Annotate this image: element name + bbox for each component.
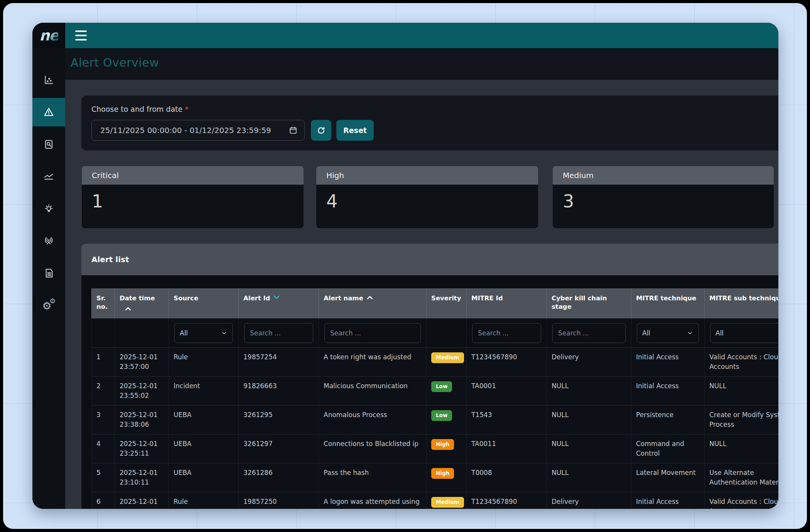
refresh-button[interactable] — [311, 120, 331, 141]
sidebar-item-document[interactable] — [32, 259, 65, 287]
cell-sr: 2 — [92, 377, 115, 405]
cell-alert_name: A logon was attempted using — [319, 492, 427, 509]
sidebar-item-bar-chart[interactable] — [32, 66, 65, 94]
cell-text: 5 — [96, 469, 101, 476]
app-window: ne ⚙⚙ Alert Overview Choose to and from … — [32, 23, 778, 509]
cell-kill_chain_stage: NULL — [547, 434, 631, 463]
calendar-icon[interactable] — [289, 126, 297, 135]
sidebar-item-gears[interactable]: ⚙⚙ — [32, 291, 65, 320]
filter-search-mitre-id[interactable] — [472, 323, 541, 343]
required-asterisk: * — [185, 105, 189, 113]
column-label: Sr. no. — [96, 294, 110, 311]
date-filter-panel: Choose to and from date* 25/11/2025 00:0… — [81, 96, 778, 150]
filter-cell-cyber-kill-chain-stage — [547, 318, 631, 347]
cell-text: UEBA — [174, 469, 191, 476]
cell-text: NULL — [709, 382, 726, 390]
cell-text: Pass the hash — [324, 469, 369, 476]
page-title: Alert Overview — [71, 56, 159, 69]
table-row[interactable]: 42025-12-0123:25:11UEBA3261297Connection… — [91, 434, 778, 463]
sort-asc-icon[interactable] — [125, 306, 131, 311]
filter-cell-mitre-sub-technique: All — [705, 318, 778, 347]
cell-mitre_sub_technique: Valid Accounts : Cloud Accounts — [705, 492, 778, 509]
cell-text: Lateral Movement — [636, 469, 696, 476]
cell-time: 23:57:00 — [120, 362, 164, 372]
cell-text: Command and Control — [636, 440, 684, 457]
cell-mitre_technique: Persistence — [631, 406, 705, 434]
cell-source: UEBA — [169, 434, 239, 463]
filter-cell-alert-id — [239, 318, 319, 347]
sidebar-item-alert-triangle[interactable] — [32, 98, 65, 126]
cell-date: 2025-12-01 — [120, 468, 164, 478]
date-range-input[interactable]: 25/11/2025 00:00:00 - 01/12/2025 23:59:5… — [91, 120, 305, 141]
cell-mitre_id: T1234567890 — [467, 492, 547, 509]
filter-search-alert-id[interactable] — [244, 323, 313, 343]
cell-alert_name: Malicious Communication — [319, 377, 427, 405]
cell-text: UEBA — [174, 411, 191, 419]
app-logo[interactable]: ne — [32, 23, 65, 48]
table-row[interactable]: 32025-12-0123:38:06UEBA3261295Anomalous … — [91, 406, 778, 434]
cell-text: Initial Access — [636, 382, 679, 390]
cell-text: 3261295 — [243, 411, 273, 419]
cell-alert_id: 3261295 — [239, 406, 319, 434]
table-row[interactable]: 12025-12-0123:57:00Rule19857254A token r… — [91, 348, 778, 377]
logo-text: ne — [39, 27, 58, 44]
sort-desc-icon[interactable] — [273, 295, 280, 300]
cell-alert_name: Pass the hash — [319, 463, 427, 492]
filter-select-mitre-sub-technique[interactable]: All — [710, 323, 778, 343]
filter-cell-mitre-technique: All — [631, 318, 705, 347]
cell-severity: Low — [427, 406, 467, 434]
sidebar-item-lightbulb[interactable] — [32, 194, 65, 223]
cell-alert_name: Anomalous Process — [319, 406, 427, 434]
column-header-alert-name[interactable]: Alert name — [319, 288, 427, 318]
table-row[interactable]: 22025-12-0123:55:02Incident91826663Malic… — [91, 377, 778, 406]
reset-button[interactable]: Reset — [336, 120, 374, 141]
desktop-background: ne ⚙⚙ Alert Overview Choose to and from … — [3, 3, 807, 529]
cell-text: A token right was adjusted — [324, 353, 411, 361]
filter-search-alert-name[interactable] — [324, 323, 421, 343]
cell-text: 3261297 — [243, 440, 273, 448]
severity-badge: Low — [431, 410, 452, 421]
cell-text: 6 — [96, 498, 101, 505]
cell-mitre_id: T1543 — [467, 406, 547, 434]
column-header-date-time[interactable]: Date time — [115, 288, 169, 318]
table-row[interactable]: 62025-12-01Rule19857250A logon was attem… — [91, 492, 778, 509]
cell-text: Initial Access — [636, 498, 679, 505]
cell-text: 91826663 — [243, 382, 277, 390]
column-label: Date time — [120, 294, 155, 303]
column-label: MITRE Id — [471, 294, 503, 303]
sidebar-item-line-chart[interactable] — [32, 162, 65, 191]
cell-sr: 5 — [92, 463, 115, 492]
alert-triangle-icon — [44, 107, 54, 117]
filter-search-cyber-kill-chain-stage[interactable] — [552, 323, 626, 343]
cell-text: T0008 — [471, 469, 492, 476]
table-row[interactable]: 52025-12-0123:10:11UEBA3261286Pass the h… — [91, 463, 778, 492]
cell-kill_chain_stage: Delivery — [547, 492, 631, 509]
cell-mitre_sub_technique: NULL — [705, 377, 778, 405]
broadcast-icon — [44, 236, 54, 246]
column-label: MITRE technique — [636, 294, 696, 303]
cell-date: 2025-12-01 — [120, 352, 164, 362]
cell-severity: Low — [427, 377, 467, 405]
sort-asc-icon[interactable] — [367, 295, 373, 300]
sidebar-item-document-search[interactable] — [32, 130, 65, 158]
alert-table: Sr. no.Date timeSourceAlert IdAlert name… — [91, 288, 778, 509]
cell-text: T1543 — [471, 411, 492, 419]
cell-datetime: 2025-12-0123:55:02 — [115, 377, 169, 405]
cell-text: TA0001 — [471, 382, 496, 390]
date-filter-label: Choose to and from date* — [91, 105, 189, 113]
cell-sr: 4 — [92, 434, 115, 463]
severity-badge: Low — [431, 381, 452, 392]
column-header-sr-no: Sr. no. — [92, 288, 115, 318]
severity-badge: High — [431, 439, 454, 450]
column-label: Alert name — [324, 294, 363, 303]
cell-text: Use Alternate Authentication Material — [709, 469, 778, 486]
column-header-alert-id[interactable]: Alert Id — [239, 288, 319, 318]
hamburger-icon[interactable] — [75, 30, 87, 40]
sidebar-item-broadcast[interactable] — [32, 227, 65, 255]
cell-datetime: 2025-12-0123:57:00 — [115, 348, 169, 376]
filter-select-mitre-technique[interactable]: All — [637, 323, 699, 343]
cell-text: T1234567890 — [471, 498, 517, 505]
filter-select-source[interactable]: All — [174, 323, 233, 343]
cell-text: NULL — [552, 440, 569, 448]
column-label: Source — [174, 294, 198, 303]
